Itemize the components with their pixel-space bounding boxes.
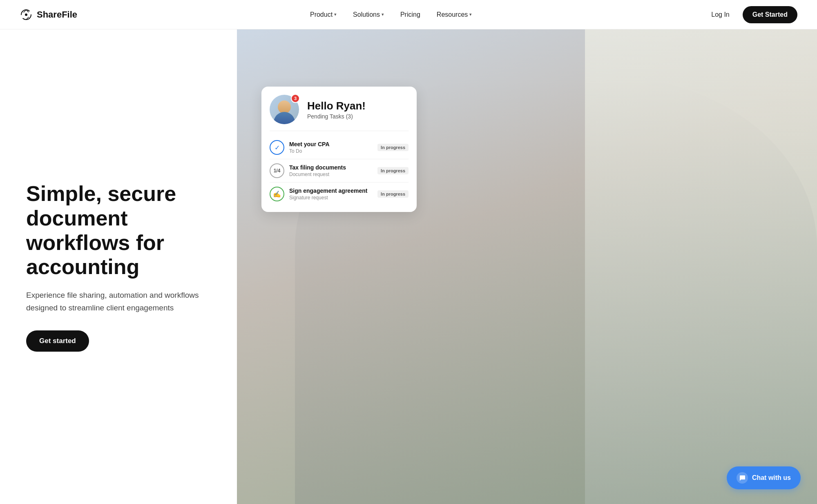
chevron-down-icon: ▾	[469, 12, 472, 17]
chat-label: Chat with us	[752, 474, 791, 482]
task-badge: In progress	[377, 190, 408, 198]
task-subtitle: To Do	[289, 148, 373, 154]
nav-solutions-label: Solutions	[353, 11, 380, 18]
task-title: Tax filing documents	[289, 164, 373, 171]
avatar-body	[274, 112, 295, 124]
task-sign-icon: ✍	[270, 187, 284, 201]
hero-section: Simple, secure document workflows for ac…	[0, 29, 817, 504]
task-doc-icon: 1/4	[270, 163, 284, 178]
task-badge: In progress	[377, 167, 408, 174]
nav-product-label: Product	[310, 11, 333, 18]
widget-greeting-area: Hello Ryan! Pending Tasks (3)	[307, 100, 366, 120]
nav-menu: Product ▾ Solutions ▾ Pricing Resources …	[304, 8, 478, 22]
login-button[interactable]: Log In	[705, 8, 736, 22]
hero-subheadline: Experience file sharing, automation and …	[26, 289, 211, 314]
hero-left: Simple, secure document workflows for ac…	[0, 29, 237, 504]
hero-right: 3 Hello Ryan! Pending Tasks (3) ✓ Meet y…	[237, 29, 817, 504]
nav-resources-label: Resources	[437, 11, 468, 18]
hero-cta-button[interactable]: Get started	[26, 330, 89, 352]
widget-greeting: Hello Ryan!	[307, 100, 366, 112]
task-subtitle: Document request	[289, 172, 373, 177]
notification-badge: 3	[291, 94, 300, 103]
logo-text: ShareFile	[37, 9, 77, 20]
task-info-1: Meet your CPA To Do	[289, 141, 373, 154]
widget-divider	[270, 131, 408, 131]
task-item: ✓ Meet your CPA To Do In progress	[270, 136, 408, 159]
avatar-wrap: 3	[270, 95, 299, 124]
chat-icon	[737, 472, 748, 484]
nav-item-product[interactable]: Product ▾	[304, 8, 343, 22]
task-info-2: Tax filing documents Document request	[289, 164, 373, 177]
task-info-3: Sign engagement agreement Signature requ…	[289, 187, 373, 201]
task-widget: 3 Hello Ryan! Pending Tasks (3) ✓ Meet y…	[261, 87, 417, 212]
widget-header: 3 Hello Ryan! Pending Tasks (3)	[270, 95, 408, 124]
nav-item-pricing[interactable]: Pricing	[394, 8, 427, 22]
task-title: Sign engagement agreement	[289, 187, 373, 194]
chevron-down-icon: ▾	[334, 12, 337, 17]
task-title: Meet your CPA	[289, 141, 373, 147]
navbar-actions: Log In Get Started	[705, 6, 797, 23]
chat-with-us-button[interactable]: Chat with us	[727, 466, 801, 489]
logo[interactable]: ShareFile	[20, 8, 77, 21]
nav-item-resources[interactable]: Resources ▾	[430, 8, 478, 22]
task-badge: In progress	[377, 144, 408, 151]
nav-pricing-label: Pricing	[400, 11, 420, 18]
widget-pending: Pending Tasks (3)	[307, 113, 366, 120]
hero-headline: Simple, secure document workflows for ac…	[26, 182, 211, 279]
task-check-icon: ✓	[270, 140, 284, 155]
navbar: ShareFile Product ▾ Solutions ▾ Pricing …	[0, 0, 817, 29]
task-item: ✍ Sign engagement agreement Signature re…	[270, 183, 408, 205]
task-subtitle: Signature request	[289, 195, 373, 201]
chat-bubble-icon	[739, 475, 746, 481]
sharefile-logo-icon	[20, 8, 33, 21]
get-started-nav-button[interactable]: Get Started	[743, 6, 797, 23]
task-item: 1/4 Tax filing documents Document reques…	[270, 159, 408, 183]
chevron-down-icon: ▾	[382, 12, 384, 17]
nav-item-solutions[interactable]: Solutions ▾	[346, 8, 391, 22]
